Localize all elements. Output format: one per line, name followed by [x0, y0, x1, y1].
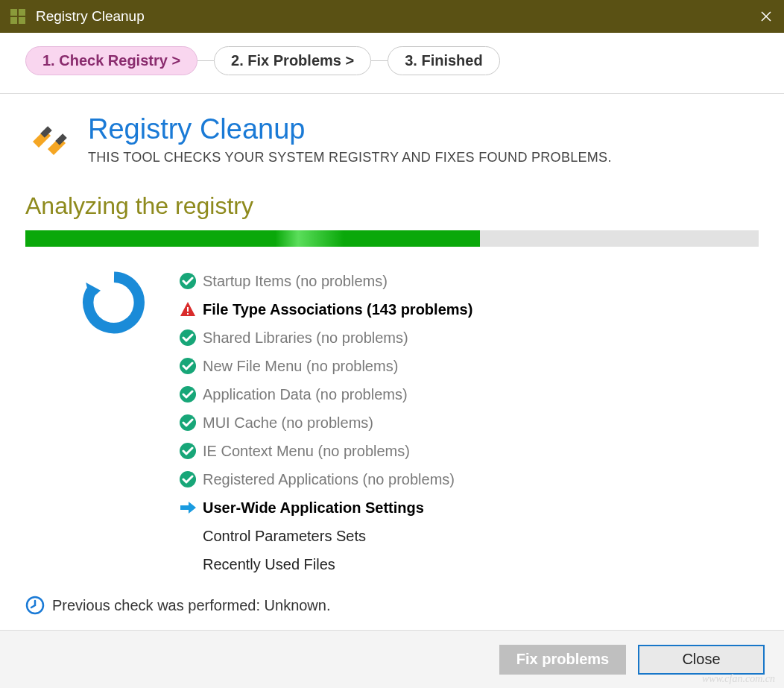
check-item-label: Control Parameters Sets: [203, 524, 366, 548]
analysis-area: Startup Items (no problems)File Type Ass…: [25, 269, 759, 576]
wizard-steps: 1. Check Registry > 2. Fix Problems > 3.…: [0, 33, 784, 94]
check-item-label: Startup Items (no problems): [203, 269, 388, 293]
close-icon[interactable]: [748, 0, 784, 33]
checkmark-icon: [179, 470, 197, 488]
step-connector: [197, 60, 214, 61]
check-item: Application Data (no problems): [179, 382, 472, 406]
app-icon: [10, 9, 25, 24]
previous-check-text: Previous check was performed: Unknown.: [52, 597, 331, 614]
progress-fill: [25, 230, 480, 247]
checkmark-icon: [179, 357, 197, 375]
check-item: New File Menu (no problems): [179, 354, 472, 378]
step-connector: [371, 60, 388, 61]
check-item: Recently Used Files: [179, 552, 472, 576]
close-button[interactable]: Close: [638, 645, 765, 675]
check-item: IE Context Menu (no problems): [179, 439, 472, 463]
checkmark-icon: [179, 329, 197, 347]
check-item-label: Recently Used Files: [203, 552, 335, 576]
main-content: Registry Cleanup THIS TOOL CHECKS YOUR S…: [0, 94, 784, 596]
status-heading: Analyzing the registry: [25, 192, 759, 220]
check-item: User-Wide Application Settings: [179, 496, 472, 520]
warning-icon: [179, 300, 197, 318]
check-item-label: MUI Cache (no problems): [203, 411, 373, 435]
check-items-list: Startup Items (no problems)File Type Ass…: [179, 269, 472, 576]
spinner-icon: [80, 269, 148, 576]
check-item: Registered Applications (no problems): [179, 467, 472, 491]
check-item: MUI Cache (no problems): [179, 411, 472, 435]
titlebar: Registry Cleanup: [0, 0, 784, 33]
step-2[interactable]: 2. Fix Problems >: [214, 46, 371, 75]
check-item-label: New File Menu (no problems): [203, 354, 398, 378]
check-item-label: File Type Associations (143 problems): [203, 297, 472, 321]
check-item-label: IE Context Menu (no problems): [203, 439, 410, 463]
arrow-right-icon: [179, 499, 197, 517]
step-3[interactable]: 3. Finished: [388, 46, 499, 75]
check-item: File Type Associations (143 problems): [179, 297, 472, 321]
watermark: www.cfan.com.cn: [702, 673, 775, 685]
progress-bar: [25, 230, 759, 247]
page-header: Registry Cleanup THIS TOOL CHECKS YOUR S…: [25, 113, 759, 165]
check-item-label: User-Wide Application Settings: [203, 496, 424, 520]
page-subtitle: THIS TOOL CHECKS YOUR SYSTEM REGISTRY AN…: [88, 150, 612, 165]
check-item: Startup Items (no problems): [179, 269, 472, 293]
check-item-label: Shared Libraries (no problems): [203, 326, 408, 350]
checkmark-icon: [179, 442, 197, 460]
check-item-label: Registered Applications (no problems): [203, 467, 455, 491]
fix-problems-button: Fix problems: [499, 645, 626, 675]
svg-rect-4: [187, 307, 189, 312]
footer: Fix problems Close www.cfan.com.cn: [0, 630, 784, 688]
check-item-label: Application Data (no problems): [203, 382, 408, 406]
checkmark-icon: [179, 414, 197, 432]
checkmark-icon: [179, 385, 197, 403]
checkmark-icon: [179, 272, 197, 290]
registry-cleanup-icon: [25, 113, 73, 164]
check-item: Control Parameters Sets: [179, 524, 472, 548]
step-1[interactable]: 1. Check Registry >: [25, 46, 197, 75]
clock-icon: [25, 596, 45, 615]
svg-rect-5: [187, 313, 189, 315]
page-title: Registry Cleanup: [88, 113, 612, 145]
previous-check-row: Previous check was performed: Unknown.: [0, 596, 784, 630]
check-item: Shared Libraries (no problems): [179, 326, 472, 350]
window-title: Registry Cleanup: [36, 8, 145, 25]
